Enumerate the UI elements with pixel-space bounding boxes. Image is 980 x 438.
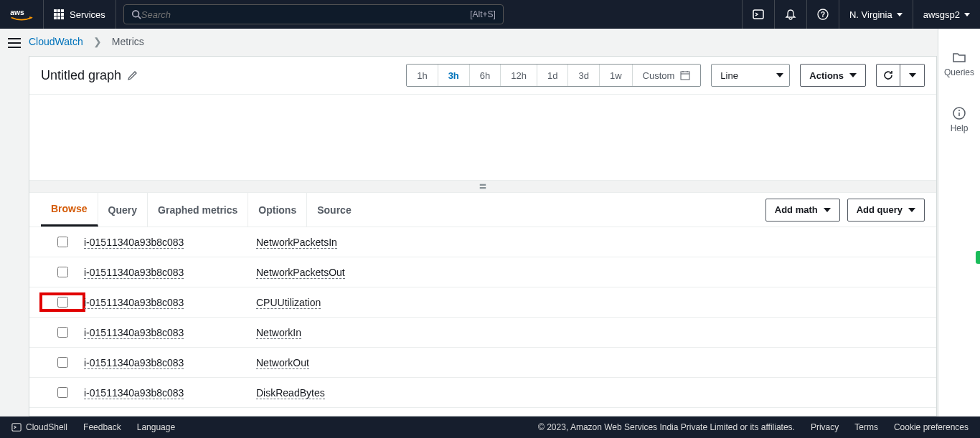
caret-down-icon [964, 13, 970, 16]
metric-name-link[interactable]: NetworkOut [256, 357, 309, 369]
table-row: i-01511340a93b8c083NetworkPacketsIn [29, 227, 936, 257]
instance-id-link[interactable]: i-01511340a93b8c083 [84, 387, 184, 399]
time-12h[interactable]: 12h [501, 65, 537, 86]
chart-type-select[interactable]: Line [711, 64, 790, 87]
time-1h[interactable]: 1h [407, 65, 438, 86]
instance-id-cell: i-01511340a93b8c083 [84, 357, 256, 368]
resize-handle[interactable]: 〓 [29, 180, 936, 193]
footer-privacy[interactable]: Privacy [811, 422, 839, 432]
add-query-button[interactable]: Add query [847, 199, 925, 222]
metric-checkbox[interactable] [57, 357, 68, 368]
instance-id-cell: i-01511340a93b8c083 [84, 327, 256, 338]
chart-area [29, 94, 936, 180]
metric-checkbox-wrap [41, 294, 84, 310]
tab-options[interactable]: Options [248, 193, 307, 227]
footer-language[interactable]: Language [137, 422, 175, 432]
metric-name-cell: NetworkOut [256, 357, 925, 368]
table-row: i-01511340a93b8c083NetworkIn [29, 318, 936, 348]
main-content: Untitled graph 1h 3h 6h 12h 1d 3d 1w Cus… [29, 56, 937, 416]
time-6h[interactable]: 6h [470, 65, 501, 86]
search-input[interactable] [141, 9, 470, 20]
instance-id-link[interactable]: i-01511340a93b8c083 [84, 237, 184, 249]
metric-name-link[interactable]: DiskReadBytes [256, 387, 325, 399]
metrics-list[interactable]: i-01511340a93b8c083NetworkPacketsIni-015… [29, 227, 936, 416]
instance-id-cell: i-01511340a93b8c083 [84, 267, 256, 278]
footer-terms[interactable]: Terms [854, 422, 878, 432]
help-icon[interactable]: ? [806, 0, 839, 29]
svg-point-1 [133, 11, 139, 17]
add-math-label: Add math [775, 204, 818, 215]
metric-checkbox[interactable] [57, 237, 68, 247]
add-query-label: Add query [857, 204, 903, 215]
right-side-panel: Queries Help [938, 29, 980, 416]
tab-query[interactable]: Query [98, 193, 148, 227]
table-row: i-01511340a93b8c083CPUUtilization [29, 287, 936, 318]
metric-name-cell: NetworkPacketsIn [256, 237, 925, 248]
instance-id-cell: i-01511340a93b8c083 [84, 297, 256, 308]
caret-down-icon [908, 208, 915, 212]
time-3h[interactable]: 3h [438, 65, 470, 86]
metric-checkbox[interactable] [57, 387, 68, 398]
time-custom[interactable]: Custom [633, 65, 701, 86]
time-1w[interactable]: 1w [600, 65, 633, 86]
graph-header: Untitled graph 1h 3h 6h 12h 1d 3d 1w Cus… [29, 57, 936, 94]
metric-checkbox-wrap [41, 357, 84, 368]
metric-checkbox-wrap [41, 237, 84, 247]
instance-id-link[interactable]: i-01511340a93b8c083 [84, 267, 184, 279]
instance-id-link[interactable]: i-01511340a93b8c083 [84, 297, 184, 309]
side-menu-toggle[interactable] [0, 29, 29, 57]
chart-type-value: Line [720, 70, 738, 81]
services-label: Services [70, 9, 105, 20]
metric-name-link[interactable]: NetworkPacketsOut [256, 267, 345, 279]
cloudshell-nav-icon[interactable] [742, 0, 774, 29]
aws-logo[interactable]: aws [0, 0, 44, 29]
time-range-tabs: 1h 3h 6h 12h 1d 3d 1w Custom [406, 64, 701, 87]
footer-feedback[interactable]: Feedback [83, 422, 121, 432]
graph-title[interactable]: Untitled graph [41, 68, 138, 83]
metric-checkbox[interactable] [57, 267, 68, 277]
tab-source[interactable]: Source [307, 193, 361, 227]
time-1d[interactable]: 1d [537, 65, 568, 86]
services-grid-icon [54, 9, 64, 19]
account-selector[interactable]: awsgsp2 [913, 0, 980, 29]
actions-label: Actions [809, 70, 844, 81]
actions-button[interactable]: Actions [800, 64, 866, 87]
metric-name-link[interactable]: NetworkIn [256, 327, 301, 339]
caret-down-icon [897, 13, 903, 16]
graph-title-text: Untitled graph [41, 68, 121, 83]
breadcrumb-root-link[interactable]: CloudWatch [29, 36, 83, 47]
help-panel-toggle[interactable]: Help [951, 106, 969, 133]
refresh-options-button[interactable] [900, 64, 925, 87]
refresh-button[interactable] [876, 64, 900, 87]
global-search[interactable]: [Alt+S] [123, 4, 504, 24]
tab-graphed-metrics[interactable]: Graphed metrics [148, 193, 248, 227]
queries-panel-toggle[interactable]: Queries [944, 50, 974, 77]
notifications-icon[interactable] [774, 0, 806, 29]
caret-down-icon [824, 208, 831, 212]
queries-label: Queries [944, 67, 974, 77]
top-nav-right: ? N. Virginia awsgsp2 [742, 0, 980, 29]
instance-id-link[interactable]: i-01511340a93b8c083 [84, 357, 184, 369]
tab-browse[interactable]: Browse [41, 193, 98, 227]
help-label: Help [951, 123, 969, 133]
edge-feedback-marker[interactable] [976, 251, 980, 264]
services-button[interactable]: Services [44, 0, 116, 29]
footer-cookies[interactable]: Cookie preferences [894, 422, 969, 432]
metric-name-link[interactable]: NetworkPacketsIn [256, 237, 337, 249]
instance-id-link[interactable]: i-01511340a93b8c083 [84, 327, 184, 339]
add-math-button[interactable]: Add math [765, 199, 840, 222]
search-icon [131, 9, 141, 19]
metric-checkbox[interactable] [57, 297, 68, 308]
caret-down-icon [849, 73, 857, 77]
svg-text:aws: aws [10, 9, 24, 16]
svg-text:?: ? [821, 11, 825, 19]
metric-checkbox[interactable] [57, 327, 68, 338]
instance-id-cell: i-01511340a93b8c083 [84, 237, 256, 248]
top-nav: aws Services [Alt+S] ? N. Virginia awsgs… [0, 0, 980, 29]
region-selector[interactable]: N. Virginia [839, 0, 913, 29]
footer-cloudshell[interactable]: CloudShell [26, 422, 67, 432]
metrics-tabs: Browse Query Graphed metrics Options Sou… [41, 193, 362, 227]
breadcrumb-current: Metrics [112, 36, 144, 47]
time-3d[interactable]: 3d [568, 65, 599, 86]
metric-name-link[interactable]: CPUUtilization [256, 297, 321, 309]
